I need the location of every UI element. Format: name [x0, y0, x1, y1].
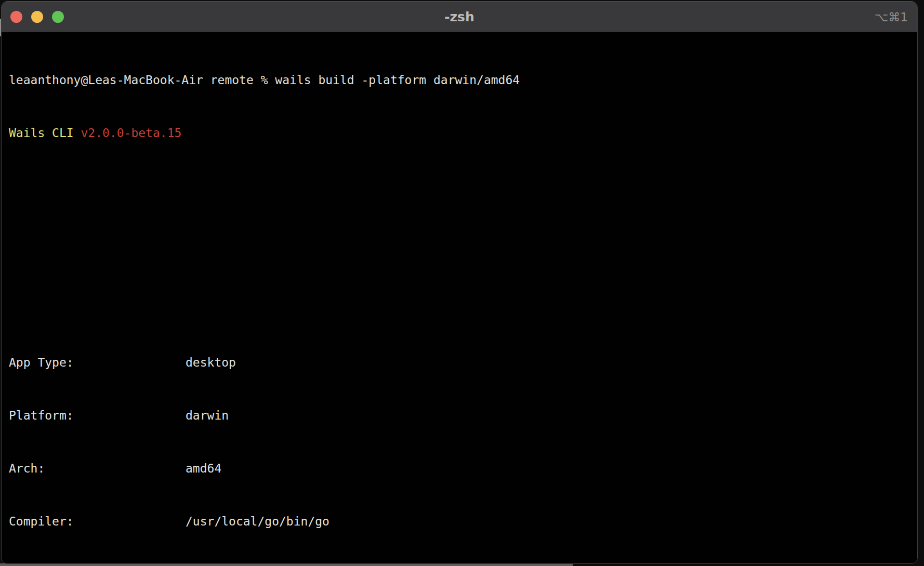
blank-line	[9, 283, 917, 301]
config-row: App Type:desktop	[9, 354, 917, 371]
zoom-button[interactable]	[52, 11, 64, 23]
traffic-lights	[2, 11, 64, 23]
terminal-window: -zsh ⌥⌘1 leaanthony@Leas-MacBook-Air rem…	[1, 1, 918, 564]
config-row: Compiler:/usr/local/go/bin/go	[9, 513, 917, 530]
cli-name: Wails CLI	[9, 126, 81, 140]
tab-shortcut-hint: ⌥⌘1	[875, 10, 917, 24]
config-value: darwin	[186, 409, 229, 422]
blank-line	[9, 230, 917, 248]
config-value: desktop	[186, 356, 236, 369]
cli-version: v2.0.0-beta.15	[81, 126, 181, 140]
config-row: Platform:darwin	[9, 407, 917, 424]
minimize-button[interactable]	[31, 11, 43, 23]
config-label: Platform:	[9, 407, 186, 424]
command-line: leaanthony@Leas-MacBook-Air remote % wai…	[9, 71, 917, 89]
config-row: Arch:amd64	[9, 460, 917, 477]
window-title: -zsh	[2, 9, 917, 24]
config-value: amd64	[186, 462, 221, 475]
config-label: Compiler:	[9, 513, 186, 530]
titlebar[interactable]: -zsh ⌥⌘1	[2, 2, 917, 32]
cli-banner: Wails CLI v2.0.0-beta.15	[9, 124, 917, 142]
config-label: Arch:	[9, 460, 186, 477]
close-button[interactable]	[10, 11, 22, 23]
terminal-screen[interactable]: leaanthony@Leas-MacBook-Air remote % wai…	[2, 32, 917, 564]
config-value: /usr/local/go/bin/go	[186, 515, 329, 528]
blank-line	[9, 177, 917, 195]
config-label: App Type:	[9, 354, 186, 371]
